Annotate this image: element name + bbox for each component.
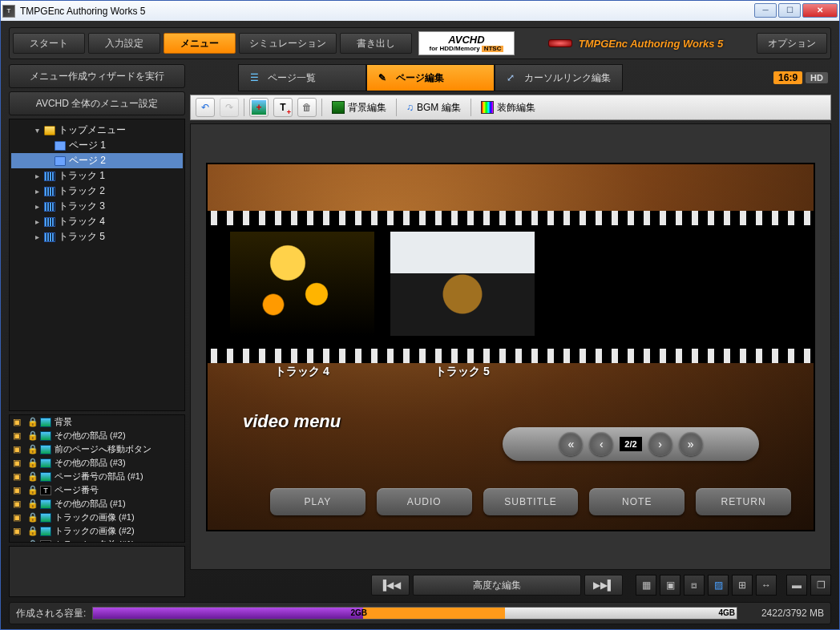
- background-icon: [332, 101, 345, 114]
- mini-preview: [9, 546, 185, 597]
- first-page-button[interactable]: «: [559, 432, 583, 456]
- tab-write[interactable]: 書き出し: [340, 33, 412, 54]
- layer-item[interactable]: ▣🔒ページ番号の部品 (#1): [10, 470, 184, 483]
- lock-icon[interactable]: 🔒: [27, 444, 37, 454]
- window-titlebar: T TMPGEnc Authoring Works 5 ─ ☐ ✕: [0, 0, 840, 21]
- tree-track-1[interactable]: ▸トラック 1: [11, 168, 183, 184]
- menu-return-button[interactable]: RETURN: [696, 488, 791, 515]
- menu-subtitle-button[interactable]: SUBTITLE: [483, 488, 579, 515]
- editor-canvas[interactable]: トラック 4 トラック 5 video menu « ‹ 2/2 › » PLA…: [190, 123, 831, 570]
- menu-tree[interactable]: ▾トップメニュー ページ 1 ページ 2 ▸トラック 1 ▸トラック 2 ▸トラ…: [9, 119, 185, 411]
- layer-item[interactable]: ▣🔒その他の部品 (#2): [10, 429, 184, 442]
- lock-icon[interactable]: 🔒: [27, 512, 37, 523]
- safe-area-button[interactable]: ▣: [660, 575, 680, 596]
- tab-option[interactable]: オプション: [757, 33, 827, 54]
- redo-button[interactable]: ↷: [220, 98, 239, 117]
- eye-icon[interactable]: ▣: [13, 539, 24, 543]
- tab-simulation[interactable]: シミュレーション: [239, 33, 337, 54]
- format-std: NTSC: [482, 46, 504, 52]
- eye-icon[interactable]: ▣: [13, 499, 24, 509]
- eye-icon[interactable]: ▣: [13, 444, 24, 454]
- prev-item-button[interactable]: ▐◀◀: [371, 575, 410, 596]
- layout-button[interactable]: ⊞: [732, 575, 753, 596]
- lock-icon[interactable]: 🔒: [27, 430, 37, 441]
- tab-start[interactable]: スタート: [13, 33, 85, 54]
- tree-track-3[interactable]: ▸トラック 3: [11, 199, 183, 214]
- tree-page-1[interactable]: ページ 1: [11, 138, 183, 153]
- layer-item[interactable]: ▣🔒Tページ番号: [10, 483, 184, 497]
- tab-input[interactable]: 入力設定: [88, 33, 160, 54]
- aspect-indicator: 16:9 HD: [773, 64, 831, 91]
- global-settings-button[interactable]: AVCHD 全体のメニュー設定: [9, 91, 185, 115]
- eye-icon[interactable]: ▣: [13, 526, 24, 536]
- tv-safe-button[interactable]: ⧈: [684, 575, 705, 596]
- layer-item[interactable]: ▣🔒その他の部品 (#3): [10, 456, 184, 470]
- window-close-button[interactable]: ✕: [802, 3, 838, 18]
- fit-width-button[interactable]: ↔: [756, 575, 777, 596]
- layer-list[interactable]: ▣🔒背景 ▣🔒その他の部品 (#2) ▣🔒前のページへ移動ボタン ▣🔒その他の部…: [9, 414, 185, 543]
- track-4-thumbnail[interactable]: [230, 232, 374, 336]
- layer-type-icon: T: [40, 540, 51, 543]
- lock-icon[interactable]: 🔒: [27, 539, 37, 543]
- tree-track-2[interactable]: ▸トラック 2: [11, 184, 183, 199]
- menu-play-button[interactable]: PLAY: [270, 488, 365, 515]
- select-all-button[interactable]: ▨: [708, 575, 729, 596]
- film-icon: [44, 202, 55, 212]
- undo-button[interactable]: ↶: [196, 98, 215, 117]
- tree-track-4[interactable]: ▸トラック 4: [11, 214, 183, 229]
- eye-icon[interactable]: ▣: [13, 512, 24, 523]
- advanced-edit-button[interactable]: 高度な編集: [413, 575, 581, 596]
- status-bar: 作成される容量: 2GB 4GB 2422/3792 MB: [9, 602, 831, 624]
- next-item-button[interactable]: ▶▶▌: [584, 575, 623, 596]
- decoration-icon: [481, 101, 494, 114]
- prev-page-button[interactable]: ‹: [589, 432, 613, 456]
- eye-icon[interactable]: ▣: [13, 471, 24, 482]
- lock-icon[interactable]: 🔒: [27, 458, 37, 468]
- single-view-button[interactable]: ▬: [786, 575, 807, 596]
- add-text-button[interactable]: T+: [273, 98, 293, 117]
- next-page-button[interactable]: ›: [648, 432, 672, 456]
- last-page-button[interactable]: »: [679, 432, 703, 456]
- tree-track-5[interactable]: ▸トラック 5: [11, 229, 183, 244]
- lock-icon[interactable]: 🔒: [27, 526, 37, 536]
- tree-page-2[interactable]: ページ 2: [11, 153, 183, 168]
- edit-background-button[interactable]: 背景編集: [327, 101, 391, 115]
- add-image-button[interactable]: +: [249, 98, 269, 117]
- right-panel: ☰ ページ一覧 ✎ ページ編集 ⤢ カーソルリンク編集 16:9 HD: [190, 64, 831, 597]
- lock-icon[interactable]: 🔒: [27, 471, 37, 482]
- list-icon: ☰: [247, 71, 261, 85]
- subtab-page-list[interactable]: ☰ ページ一覧: [238, 64, 366, 91]
- edit-decoration-button[interactable]: 装飾編集: [476, 101, 540, 115]
- subtab-page-edit[interactable]: ✎ ページ編集: [366, 64, 495, 91]
- layer-item[interactable]: ▣🔒トラックの画像 (#2): [10, 524, 184, 538]
- layer-item[interactable]: ▣🔒前のページへ移動ボタン: [10, 442, 184, 456]
- tab-menu[interactable]: メニュー: [164, 33, 236, 54]
- menu-preview: トラック 4 トラック 5 video menu « ‹ 2/2 › » PLA…: [206, 163, 815, 531]
- eye-icon[interactable]: ▣: [13, 458, 24, 468]
- track-5-thumbnail[interactable]: [390, 232, 535, 336]
- grid-view-button[interactable]: ▦: [636, 575, 656, 596]
- layer-item[interactable]: ▣🔒トラックの画像 (#1): [10, 511, 184, 524]
- eye-icon[interactable]: ▣: [13, 485, 24, 495]
- subtab-cursor-link[interactable]: ⤢ カーソルリンク編集: [495, 64, 623, 91]
- tree-top-menu[interactable]: ▾トップメニュー: [11, 123, 183, 138]
- eye-icon[interactable]: ▣: [13, 430, 24, 441]
- layer-type-icon: [40, 431, 51, 441]
- lock-icon[interactable]: 🔒: [27, 485, 37, 495]
- menu-audio-button[interactable]: AUDIO: [377, 488, 472, 515]
- edit-bgm-button[interactable]: ♫ BGM 編集: [402, 101, 466, 115]
- lock-icon[interactable]: 🔒: [27, 417, 37, 427]
- layer-item[interactable]: ▣🔒背景: [10, 415, 184, 429]
- window-maximize-button[interactable]: ☐: [778, 3, 801, 18]
- lock-icon[interactable]: 🔒: [27, 499, 37, 509]
- multi-view-button[interactable]: ❐: [810, 575, 831, 596]
- layer-item[interactable]: ▣🔒その他の部品 (#1): [10, 497, 184, 511]
- wizard-button[interactable]: メニュー作成ウィザードを実行: [9, 64, 185, 88]
- window-minimize-button[interactable]: ─: [754, 3, 777, 18]
- layer-item[interactable]: ▣🔒Tトラックの名前 (#1): [10, 538, 184, 543]
- delete-button[interactable]: 🗑: [297, 98, 317, 117]
- arrows-icon: ⤢: [503, 71, 518, 85]
- editor-toolbar: ↶ ↷ + T+ 🗑 背景編集 ♫ BGM 編集: [190, 95, 831, 120]
- menu-note-button[interactable]: NOTE: [589, 488, 685, 515]
- eye-icon[interactable]: ▣: [13, 417, 24, 427]
